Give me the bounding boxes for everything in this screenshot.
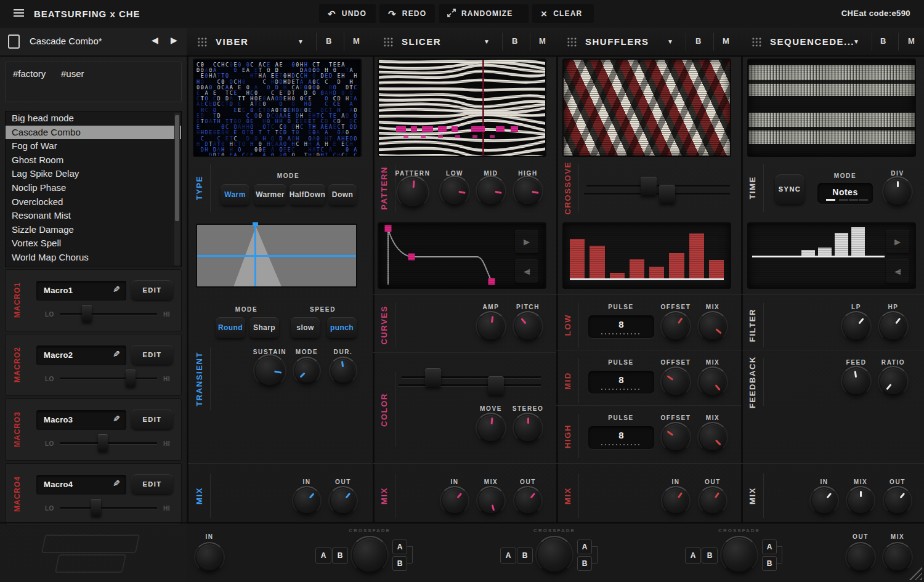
macro1-slider[interactable] [60, 304, 157, 323]
warmer-button[interactable]: Warmer [254, 184, 286, 205]
sequencede-mix-knob[interactable] [848, 488, 873, 513]
scrollbar[interactable] [174, 113, 180, 265]
slicer-high-knob[interactable] [515, 178, 541, 204]
macro4-slider[interactable] [60, 498, 157, 517]
lp-knob[interactable] [843, 313, 869, 339]
next-curve-button[interactable]: ▶ [515, 230, 538, 253]
div-knob[interactable] [885, 179, 910, 204]
drag-grid-icon[interactable] [752, 37, 761, 47]
macro3-name-field[interactable]: Macro3✎ [36, 410, 126, 430]
crossover-handle-b[interactable] [659, 185, 675, 203]
hp-knob[interactable] [880, 313, 906, 339]
list-item[interactable]: Lag Spike Delay [6, 167, 181, 181]
mid-offset-knob[interactable] [663, 369, 689, 395]
footer-mix-knob[interactable] [885, 544, 910, 570]
route-a-button[interactable]: A [685, 548, 701, 564]
sync-button[interactable]: SYNC [775, 174, 804, 204]
mid-mix-knob[interactable] [700, 369, 726, 395]
route-a-button[interactable]: A [500, 548, 516, 564]
tag-user[interactable]: #user [61, 68, 84, 79]
shufflers-bypass-button[interactable]: B [695, 36, 701, 46]
preset-name-field[interactable]: Cascade Combo* [30, 36, 102, 46]
list-item-selected[interactable]: Cascade Combo [6, 126, 181, 140]
amp-knob[interactable] [478, 313, 504, 339]
pencil-icon[interactable]: ✎ [113, 479, 120, 488]
move-knob[interactable] [478, 415, 504, 441]
high-pulse-display[interactable]: 8 [588, 426, 654, 449]
dur-knob[interactable] [331, 359, 355, 382]
list-item[interactable]: Big head mode [6, 111, 181, 126]
crossover-handle-a[interactable] [641, 177, 657, 195]
slicer-in-knob[interactable] [442, 488, 467, 513]
envelope-handle[interactable] [385, 225, 392, 232]
tag-factory[interactable]: #factory [13, 68, 46, 79]
macro4-name-field[interactable]: Macro4✎ [36, 475, 126, 495]
slicer-out-knob[interactable] [516, 488, 540, 513]
high-offset-knob[interactable] [663, 424, 689, 450]
crossover-track[interactable] [584, 193, 730, 195]
drag-grid-icon[interactable] [197, 37, 207, 47]
low-pulse-display[interactable]: 8 [588, 315, 654, 338]
list-item[interactable]: Noclip Phase [6, 181, 181, 195]
envelope-handle[interactable] [488, 278, 495, 285]
stereo-knob[interactable] [515, 415, 541, 441]
crossover-track[interactable] [586, 185, 730, 187]
sequencede-in-knob[interactable] [812, 488, 837, 513]
halfdown-button[interactable]: HalfDown [290, 184, 325, 205]
transient-mode-knob[interactable] [295, 359, 318, 382]
list-item[interactable]: World Map Chorus [6, 251, 181, 265]
shufflers-dropdown-icon[interactable]: ▼ [667, 38, 673, 45]
route-a-button[interactable]: A [315, 548, 331, 564]
randomize-button[interactable]: RANDOMIZE [439, 4, 529, 23]
color-slider-track[interactable] [399, 384, 541, 386]
list-item[interactable]: Vortex Spell [6, 236, 181, 251]
low-mix-knob[interactable] [700, 313, 726, 339]
file-icon[interactable] [8, 34, 20, 49]
sequencede-out-knob[interactable] [885, 488, 910, 513]
route-b-button[interactable]: B [702, 548, 718, 564]
sustain-knob[interactable] [256, 357, 284, 385]
envelope-handle[interactable] [408, 254, 415, 261]
slow-button[interactable]: slow [291, 317, 320, 338]
sequencede-bypass-button[interactable]: B [880, 36, 886, 46]
viber-mute-button[interactable]: M [353, 36, 360, 46]
route-a-button[interactable]: A [762, 540, 777, 554]
footer-in-knob[interactable] [197, 544, 222, 570]
next-step-button[interactable]: ▶ [886, 230, 909, 253]
route-b-button[interactable]: B [332, 548, 348, 564]
color-slider-handle-b[interactable] [488, 376, 504, 395]
viber-in-knob[interactable] [294, 488, 319, 513]
prev-preset-arrow[interactable]: ◀ [152, 35, 158, 45]
time-mode-display[interactable]: Notes [817, 183, 873, 204]
macro2-edit-button[interactable]: EDIT [131, 345, 173, 365]
shufflers-mute-button[interactable]: M [723, 36, 729, 46]
ratio-knob[interactable] [880, 368, 906, 394]
drag-grid-icon[interactable] [567, 37, 577, 47]
pencil-icon[interactable]: ✎ [113, 285, 120, 294]
shufflers-out-knob[interactable] [700, 488, 725, 513]
slicer-mid-knob[interactable] [478, 178, 504, 204]
macro3-slider-thumb[interactable] [98, 434, 108, 451]
macro1-slider-thumb[interactable] [82, 305, 92, 322]
list-item[interactable]: Resonant Mist [6, 209, 181, 223]
pitch-knob[interactable] [515, 313, 541, 339]
pencil-icon[interactable]: ✎ [113, 414, 120, 424]
route-a-button[interactable]: A [577, 540, 592, 554]
route-b-button[interactable]: B [392, 556, 407, 571]
low-offset-knob[interactable] [663, 313, 689, 339]
slicer-dropdown-icon[interactable]: ▼ [484, 38, 490, 45]
menu-icon[interactable] [14, 9, 24, 17]
list-item[interactable]: Fog of War [6, 139, 181, 153]
punch-button[interactable]: punch [327, 317, 357, 338]
route-b-button[interactable]: B [517, 548, 533, 564]
slicer-low-knob[interactable] [442, 178, 468, 204]
footer-out-knob[interactable] [848, 544, 873, 570]
down-button[interactable]: Down [328, 184, 357, 205]
color-slider-handle-a[interactable] [425, 368, 441, 387]
route-b-button[interactable]: B [577, 556, 592, 571]
prev-step-button[interactable]: ◀ [886, 259, 909, 283]
macro2-slider[interactable] [60, 369, 157, 387]
slicer-mix-knob[interactable] [479, 488, 503, 513]
clear-button[interactable]: ×CLEAR [532, 4, 594, 23]
macro3-edit-button[interactable]: EDIT [131, 410, 173, 429]
